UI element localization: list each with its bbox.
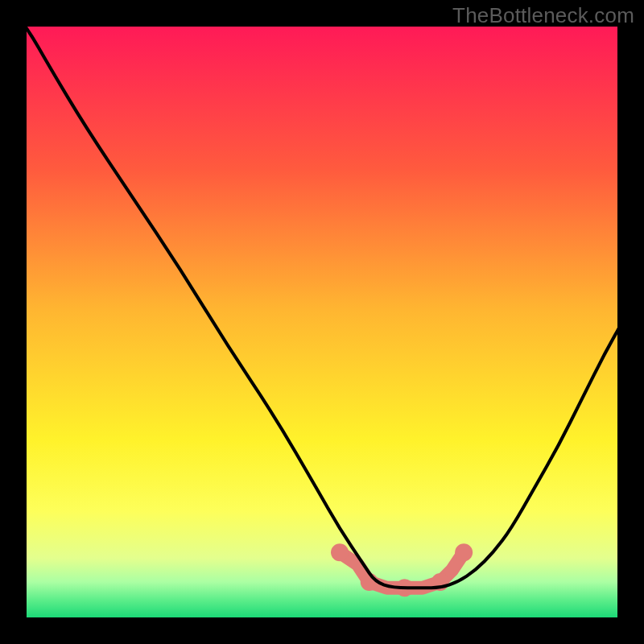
svg-point-4 [455,543,473,561]
gradient-background [27,27,617,617]
watermark-text: TheBottleneck.com [452,3,634,28]
plot-area [27,27,617,617]
bottleneck-chart [27,27,617,617]
svg-point-0 [331,543,349,561]
chart-frame: TheBottleneck.com [0,0,644,644]
